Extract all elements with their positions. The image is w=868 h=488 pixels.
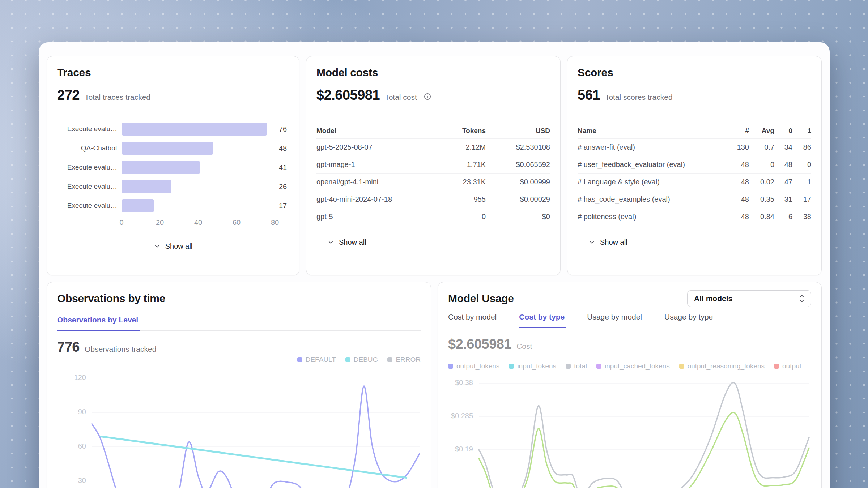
table-row[interactable]: gpt-5-2025-08-072.12M$2.530108 (316, 138, 550, 156)
trace-bar-label: QA-Chatbot (57, 144, 117, 152)
scores-total-label: Total scores tracked (605, 93, 673, 102)
legend-label: input_tokens (517, 362, 556, 370)
trace-bar[interactable] (122, 142, 213, 155)
table-cell: $2.530108 (486, 143, 550, 151)
y-axis-tick-label: 60 (78, 442, 86, 450)
model-filter-select[interactable]: All models (687, 290, 811, 307)
tab-usage-by-model[interactable]: Usage by model (587, 313, 643, 328)
table-row[interactable]: gpt-4o-mini-2024-07-18955$0.00029 (316, 191, 550, 208)
table-cell: 0.7 (749, 143, 774, 151)
legend-swatch-icon (448, 364, 453, 369)
table-cell: # has_code_examples (eval) (578, 195, 723, 204)
y-axis-tick-label: 120 (74, 373, 86, 381)
legend-item[interactable]: input (811, 362, 811, 370)
legend-item[interactable]: output (774, 362, 801, 370)
model-usage-line-chart: $0.38$0.285$0.19 (448, 376, 811, 488)
legend-item[interactable]: output_reasoning_tokens (679, 362, 765, 370)
legend-item[interactable]: input_tokens (509, 362, 556, 370)
table-cell: 48 (723, 178, 749, 186)
table-cell: 0 (424, 213, 486, 221)
legend-item[interactable]: total (566, 362, 587, 370)
tab-cost-by-type[interactable]: Cost by type (519, 313, 566, 328)
table-row[interactable]: gpt-image-11.71K$0.065592 (316, 156, 550, 173)
model-usage-stat: $2.605981 Cost (448, 337, 811, 352)
legend-swatch-icon (774, 364, 779, 369)
table-row[interactable]: openai/gpt-4.1-mini23.31K$0.00999 (316, 173, 550, 191)
top-cards-row: Traces 272 Total traces tracked Execute … (47, 56, 822, 275)
column-header: 0 (774, 127, 792, 135)
column-header: # (723, 127, 749, 135)
column-header: Avg (749, 127, 774, 135)
series-line-debug (101, 437, 406, 478)
scores-card-title: Scores (578, 67, 811, 79)
model-costs-table: ModelTokensUSDgpt-5-2025-08-072.12M$2.53… (316, 123, 550, 225)
column-header: Tokens (424, 127, 486, 135)
legend-label: output_reasoning_tokens (688, 362, 765, 370)
model-usage-tabs: Cost by modelCost by typeUsage by modelU… (448, 313, 811, 328)
column-header: Model (316, 127, 424, 135)
traces-card-title: Traces (57, 67, 289, 79)
trace-bar[interactable] (122, 199, 154, 212)
table-cell: 1.71K (424, 160, 486, 169)
table-row[interactable]: # politeness (eval)480.84638 (578, 208, 811, 225)
trace-bar[interactable] (122, 161, 200, 174)
model-costs-show-all-label: Show all (339, 238, 366, 247)
table-row[interactable]: # answer-fit (eval)1300.73486 (578, 138, 811, 156)
y-axis-tick-label: $0.38 (455, 378, 473, 386)
observations-legend: DEFAULTDEBUGERROR (57, 356, 421, 364)
table-row[interactable]: # user_feedback_evaluator (eval)480480 (578, 156, 811, 173)
series-line-input (479, 412, 809, 488)
observations-chart-area: DEFAULTDEBUGERROR 120906030 (57, 356, 421, 488)
observations-total-value: 776 (57, 339, 80, 355)
trace-bar-track (122, 161, 275, 174)
y-axis-tick-label: $0.19 (455, 445, 473, 453)
table-cell: $0.065592 (486, 160, 550, 169)
table-cell: 0.02 (749, 178, 774, 186)
legend-label: output (782, 362, 801, 370)
trace-bar[interactable] (122, 180, 171, 193)
table-header-row: ModelTokensUSD (316, 123, 550, 138)
traces-stat: 272 Total traces tracked (57, 87, 289, 103)
scores-show-all-button[interactable]: Show all (578, 238, 627, 247)
legend-swatch-icon (387, 357, 392, 362)
tab-observations-by-level[interactable]: Observations by Level (57, 316, 140, 331)
observations-stat: 776 Observations tracked (57, 339, 421, 355)
tab-cost-by-model[interactable]: Cost by model (448, 313, 498, 328)
legend-swatch-icon (509, 364, 514, 369)
column-header: 1 (792, 127, 811, 135)
legend-item[interactable]: DEBUG (345, 356, 378, 364)
table-cell: $0 (486, 213, 550, 221)
trace-bar[interactable] (122, 123, 267, 136)
legend-item[interactable]: output_tokens (448, 362, 499, 370)
model-usage-cost-value: $2.605981 (448, 337, 511, 352)
table-cell: 23.31K (424, 178, 486, 186)
trace-bar-track (122, 123, 275, 136)
series-line-total (479, 382, 809, 488)
legend-swatch-icon (345, 357, 350, 362)
trace-bar-value: 76 (279, 125, 287, 133)
legend-item[interactable]: DEFAULT (297, 356, 336, 364)
trace-bar-row: QA-Chatbot48 (57, 142, 289, 155)
model-filter-value: All models (694, 294, 732, 303)
scores-stat: 561 Total scores tracked (578, 87, 811, 103)
legend-item[interactable]: input_cached_tokens (596, 362, 670, 370)
traces-show-all-button[interactable]: Show all (57, 242, 289, 251)
x-axis-tick: 20 (156, 218, 164, 227)
traces-total-value: 272 (57, 87, 80, 103)
column-header: USD (486, 127, 550, 135)
table-row[interactable]: gpt-50$0 (316, 208, 550, 225)
scores-table: Name#Avg01# answer-fit (eval)1300.73486#… (578, 123, 811, 225)
trace-bar-label: Execute evalu… (57, 163, 117, 171)
model-usage-header: Model Usage All models (448, 292, 811, 307)
legend-label: DEBUG (354, 356, 378, 364)
table-cell: 1 (792, 178, 811, 186)
y-axis-tick-label: 90 (78, 408, 86, 416)
trace-bar-row: Execute evalu…17 (57, 199, 289, 212)
table-cell: 48 (774, 160, 792, 169)
table-row[interactable]: # Language & style (eval)480.02471 (578, 173, 811, 191)
table-row[interactable]: # has_code_examples (eval)480.353117 (578, 191, 811, 208)
table-cell: 31 (774, 195, 792, 204)
tab-usage-by-type[interactable]: Usage by type (664, 313, 714, 328)
legend-item[interactable]: ERROR (387, 356, 421, 364)
model-costs-show-all-button[interactable]: Show all (316, 238, 366, 247)
